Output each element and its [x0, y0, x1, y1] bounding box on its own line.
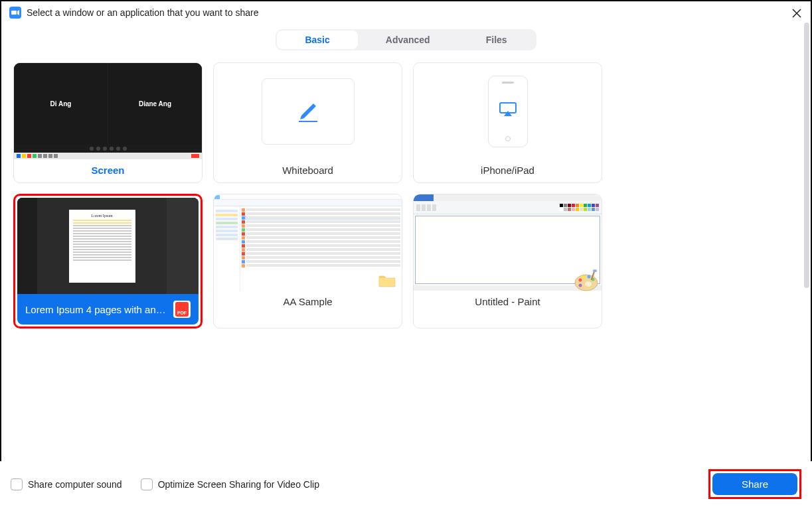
tab-files[interactable]: Files [458, 31, 535, 49]
tile-explorer-window[interactable]: AA Sample [213, 194, 402, 328]
checkbox-share-sound[interactable]: Share computer sound [11, 478, 122, 490]
pen-icon [295, 98, 321, 125]
pdf-icon: PDF [173, 301, 191, 318]
share-button-highlight: Share [708, 469, 801, 499]
tile-iphone-ipad[interactable]: iPhone/iPad [413, 62, 602, 183]
tab-advanced[interactable]: Advanced [358, 31, 458, 49]
zoom-app-icon [9, 7, 21, 19]
tile-paint-window[interactable]: Untitled - Paint [413, 194, 602, 328]
tile-label: iPhone/iPad [414, 159, 602, 182]
svg-point-6 [582, 276, 586, 279]
participant-tile: Diane Ang [108, 63, 202, 145]
airplay-icon [499, 102, 517, 117]
folder-icon [378, 273, 396, 288]
svg-point-4 [585, 281, 592, 287]
checkbox-label: Optimize Screen Sharing for Video Clip [158, 479, 319, 490]
vertical-scrollbar[interactable] [804, 23, 809, 381]
scrollbar-thumb[interactable] [804, 23, 809, 288]
checkbox-optimize-video[interactable]: Optimize Screen Sharing for Video Clip [141, 478, 319, 490]
svg-point-7 [588, 275, 591, 279]
tile-label: Whiteboard [214, 159, 402, 182]
svg-point-5 [579, 279, 582, 282]
tile-whiteboard[interactable]: Whiteboard [213, 62, 402, 183]
dialog-header: Select a window or an application that y… [1, 1, 811, 24]
tile-label: Screen [14, 159, 202, 182]
tile-screen[interactable]: Di Ang Diane Ang Screen [13, 62, 203, 183]
explorer-preview [214, 194, 402, 291]
participant-tile: Di Ang [14, 63, 108, 145]
tile-label: Lorem Ipsum 4 pages with annot... PDF [17, 294, 199, 325]
svg-point-11 [593, 269, 597, 272]
checkbox-icon [11, 478, 23, 490]
tab-basic[interactable]: Basic [277, 31, 357, 49]
tile-label: Untitled - Paint [414, 291, 602, 314]
whiteboard-preview [214, 63, 402, 159]
dialog-footer: Share computer sound Optimize Screen Sha… [0, 461, 812, 507]
svg-rect-1 [299, 121, 317, 122]
tile-pdf-window[interactable]: Lorem Ipsum Lorem Ipsum 4 pages with ann… [13, 194, 203, 328]
tab-container: Basic Advanced Files [276, 29, 536, 50]
paint-palette-icon [572, 269, 600, 292]
dialog-title: Select a window or an application that y… [27, 7, 258, 18]
pdf-preview: Lorem Ipsum [17, 198, 199, 294]
iphone-preview [414, 63, 602, 159]
svg-point-9 [579, 284, 582, 287]
svg-rect-0 [11, 11, 17, 15]
doc-title: Lorem Ipsum [73, 214, 131, 218]
share-button[interactable]: Share [712, 473, 797, 495]
paint-preview [414, 194, 602, 291]
checkbox-label: Share computer sound [28, 479, 122, 490]
tile-label-text: Lorem Ipsum 4 pages with annot... [25, 304, 169, 315]
share-options-grid: Di Ang Diane Ang Screen Whiteboard [3, 62, 811, 328]
screen-preview: Di Ang Diane Ang [14, 63, 202, 159]
checkbox-icon [141, 478, 153, 490]
tab-bar: Basic Advanced Files [1, 29, 811, 50]
close-button[interactable] [792, 8, 801, 20]
tile-label: AA Sample [214, 291, 402, 314]
